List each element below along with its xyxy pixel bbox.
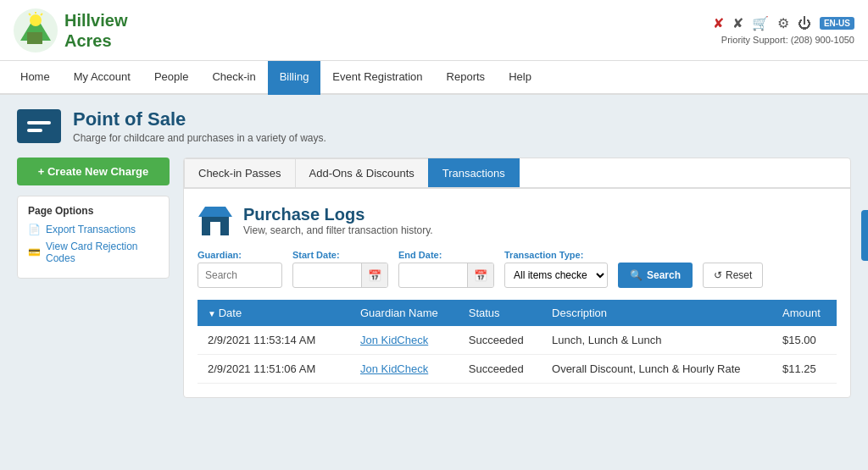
- start-date-label: Start Date:: [292, 250, 388, 260]
- top-header: Hillview Acres ✘ ✘ 🛒 ⚙ ⏻ EN-US Priority …: [0, 0, 868, 61]
- export-icon: 📄: [28, 224, 41, 235]
- pl-title-area: Purchase Logs View, search, and filter t…: [243, 205, 433, 236]
- pl-subtitle: View, search, and filter transaction his…: [243, 224, 433, 236]
- search-icon: 🔍: [630, 269, 643, 281]
- main-panel: Check-in Passes Add-Ons & Discounts Tran…: [183, 158, 851, 398]
- tab-transactions[interactable]: Transactions: [428, 158, 520, 187]
- page-header: Point of Sale Charge for childcare and p…: [17, 108, 851, 144]
- cell-amount: $15.00: [772, 326, 837, 355]
- tab-check-in-passes[interactable]: Check-in Passes: [184, 158, 296, 187]
- cell-guardian[interactable]: Jon KidCheck: [350, 326, 459, 355]
- reset-button[interactable]: ↺ Reset: [703, 263, 763, 288]
- table-row: 2/9/2021 11:53:14 AM Jon KidCheck Succee…: [198, 326, 837, 355]
- support-text: Priority Support: (208) 900-1050: [721, 35, 854, 45]
- end-date-filter: End Date: 2/9/2021 📅: [398, 250, 494, 288]
- page-title: Point of Sale: [73, 108, 326, 130]
- col-date[interactable]: ▼ Date: [198, 300, 350, 326]
- cell-status: Succeeded: [459, 355, 542, 384]
- logo-area: Hillview Acres: [14, 8, 127, 53]
- sort-arrow-icon: ▼: [208, 309, 219, 318]
- cell-date: 2/9/2021 11:53:14 AM: [198, 326, 350, 355]
- svg-line-6: [29, 14, 31, 15]
- end-date-group: 2/9/2021 📅: [398, 263, 494, 288]
- end-date-label: End Date:: [398, 250, 494, 260]
- cart-icon[interactable]: 🛒: [752, 15, 769, 31]
- sidebar: + Create New Charge Page Options 📄 Expor…: [17, 158, 170, 398]
- start-date-group: 1/9/2021 📅: [292, 263, 388, 288]
- cell-amount: $11.25: [772, 355, 837, 384]
- power-icon[interactable]: ⏻: [798, 16, 811, 31]
- header-icons: ✘ ✘ 🛒 ⚙ ⏻ EN-US: [713, 15, 854, 31]
- start-date-filter: Start Date: 1/9/2021 📅: [292, 250, 388, 288]
- start-date-input[interactable]: 1/9/2021: [293, 265, 361, 285]
- export-transactions-link[interactable]: 📄 Export Transactions: [28, 224, 159, 235]
- lang-badge[interactable]: EN-US: [820, 17, 854, 30]
- wrench-icon[interactable]: ✘: [713, 15, 724, 31]
- svg-rect-9: [210, 222, 220, 235]
- svg-marker-2: [27, 32, 42, 44]
- col-amount[interactable]: Amount: [772, 300, 837, 326]
- nav-event-registration[interactable]: Event Registration: [320, 61, 434, 95]
- filter-row: Guardian: Start Date: 1/9/2021 📅 End Dat…: [198, 250, 837, 288]
- search-button[interactable]: 🔍 Search: [618, 263, 693, 288]
- nav-people[interactable]: People: [142, 61, 200, 95]
- pos-icon: [17, 109, 61, 143]
- nav-home[interactable]: Home: [8, 61, 62, 95]
- reset-icon: ↺: [714, 269, 722, 281]
- settings-icon[interactable]: ⚙: [777, 15, 789, 31]
- end-date-calendar-button[interactable]: 📅: [467, 263, 493, 287]
- cell-guardian[interactable]: Jon KidCheck: [350, 355, 459, 384]
- type-label: Transaction Type:: [504, 250, 608, 260]
- start-date-calendar-button[interactable]: 📅: [361, 263, 387, 287]
- svg-point-3: [30, 14, 42, 26]
- page-options-title: Page Options: [28, 205, 159, 217]
- page-subtitle: Charge for childcare and purchases in a …: [73, 132, 326, 144]
- end-date-input[interactable]: 2/9/2021: [399, 265, 467, 285]
- tabs: Check-in Passes Add-Ons & Discounts Tran…: [184, 158, 850, 189]
- store-icon: [198, 202, 233, 238]
- pl-header: Purchase Logs View, search, and filter t…: [198, 202, 837, 238]
- pl-title: Purchase Logs: [243, 205, 433, 224]
- guardian-search-input[interactable]: [198, 263, 282, 288]
- content-area: Point of Sale Charge for childcare and p…: [0, 95, 868, 412]
- purchase-logs: Purchase Logs View, search, and filter t…: [184, 189, 850, 397]
- view-card-rejection-link[interactable]: 💳 View Card Rejection Codes: [28, 241, 159, 264]
- col-description[interactable]: Description: [542, 300, 772, 326]
- header-right: ✘ ✘ 🛒 ⚙ ⏻ EN-US Priority Support: (208) …: [713, 15, 854, 45]
- page-title-area: Point of Sale Charge for childcare and p…: [73, 108, 326, 144]
- cell-description: Overall Discount, Lunch & Hourly Rate: [542, 355, 772, 384]
- create-new-charge-button[interactable]: + Create New Charge: [17, 158, 170, 185]
- cell-date: 2/9/2021 11:51:06 AM: [198, 355, 350, 384]
- type-select-group: All items checke All: [504, 263, 608, 288]
- guardian-label: Guardian:: [198, 250, 282, 260]
- guardian-filter: Guardian:: [198, 250, 282, 288]
- nav-reports[interactable]: Reports: [435, 61, 498, 95]
- nav-billing[interactable]: Billing: [268, 61, 321, 95]
- card-icon: 💳: [28, 246, 41, 258]
- close-icon[interactable]: ✘: [732, 15, 743, 31]
- main-nav: Home My Account People Check-in Billing …: [0, 61, 868, 95]
- table-row: 2/9/2021 11:51:06 AM Jon KidCheck Succee…: [198, 355, 837, 384]
- cell-status: Succeeded: [459, 326, 542, 355]
- logo-text: Hillview Acres: [64, 10, 127, 51]
- sidebar-options: Page Options 📄 Export Transactions 💳 Vie…: [17, 196, 170, 279]
- type-filter: Transaction Type: All items checke All: [504, 250, 608, 288]
- nav-help[interactable]: Help: [497, 61, 543, 95]
- tab-add-ons-discounts[interactable]: Add-Ons & Discounts: [295, 158, 429, 187]
- svg-line-5: [41, 14, 42, 15]
- cell-description: Lunch, Lunch & Lunch: [542, 326, 772, 355]
- transaction-type-select[interactable]: All items checke All: [505, 264, 607, 286]
- scrollbar[interactable]: [861, 210, 868, 261]
- main-layout: + Create New Charge Page Options 📄 Expor…: [17, 158, 851, 398]
- svg-marker-8: [198, 207, 232, 217]
- col-guardian-name[interactable]: Guardian Name: [350, 300, 459, 326]
- logo-icon: [14, 8, 58, 53]
- col-status[interactable]: Status: [459, 300, 542, 326]
- nav-my-account[interactable]: My Account: [62, 61, 142, 95]
- transactions-table: ▼ Date Guardian Name Status Description …: [198, 300, 837, 384]
- nav-check-in[interactable]: Check-in: [200, 61, 267, 95]
